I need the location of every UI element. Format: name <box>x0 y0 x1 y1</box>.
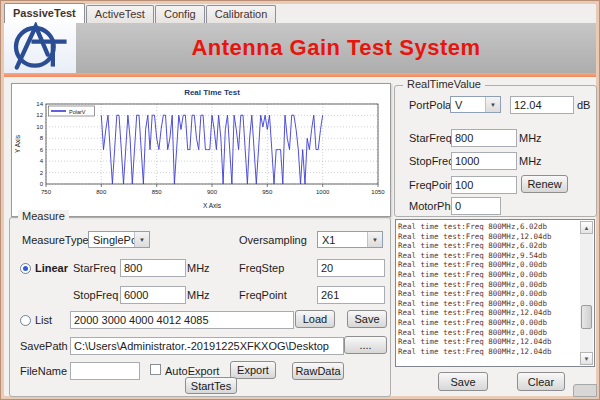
chevron-down-icon[interactable]: ▼ <box>485 97 500 112</box>
measure-stopfreq-label: StopFreq <box>73 289 118 301</box>
freqstep-label: FreqStep <box>239 262 284 274</box>
tab-activetest[interactable]: ActiveTest <box>86 5 154 23</box>
svg-text:6: 6 <box>40 147 44 153</box>
svg-text:750: 750 <box>41 189 52 195</box>
oversampling-value: X1 <box>318 234 367 246</box>
starfreq-label: StarFreq <box>409 132 452 144</box>
svg-text:850: 850 <box>152 189 163 195</box>
portpolar-label: PortPolar <box>409 99 455 111</box>
svg-text:0: 0 <box>40 181 44 187</box>
measure-stopfreq-unit: MHz <box>187 289 210 301</box>
linear-radio[interactable] <box>20 263 31 274</box>
portpolar-reading-field[interactable]: 12.04 <box>510 96 574 114</box>
browse-button[interactable]: .... <box>344 336 387 354</box>
svg-text:950: 950 <box>262 189 273 195</box>
svg-text:1050: 1050 <box>371 189 385 195</box>
savepath-field[interactable]: C:\Users\Administrator.-20191225XFKXOG\D… <box>70 337 344 355</box>
autoexport-label: AutoExport <box>165 365 219 377</box>
list-radio[interactable] <box>20 315 31 326</box>
chart-canvas: 7508008509009501000105002468101214Real T… <box>12 84 390 216</box>
background-window-fragment <box>573 384 597 397</box>
renew-button[interactable]: Renew <box>521 175 568 193</box>
tab-config[interactable]: Config <box>155 5 205 23</box>
svg-text:900: 900 <box>207 189 218 195</box>
banner-background: Antenna Gain Test System <box>76 23 596 73</box>
svg-text:12: 12 <box>36 112 43 118</box>
scroll-up-icon[interactable]: ▲ <box>580 221 593 234</box>
tab-bar: PassiveTest ActiveTest Config Calibratio… <box>4 4 596 23</box>
oversampling-label: Oversampling <box>239 234 307 246</box>
measure-freqpoint-field[interactable]: 261 <box>317 286 385 304</box>
chevron-down-icon[interactable]: ▼ <box>367 232 382 247</box>
filename-field[interactable] <box>70 362 140 380</box>
stopfreq-unit-label: MHz <box>519 155 542 167</box>
chevron-down-icon[interactable]: ▼ <box>134 232 149 247</box>
list-save-button[interactable]: Save <box>347 310 387 328</box>
app-window: PassiveTest ActiveTest Config Calibratio… <box>0 0 600 400</box>
svg-text:Y Axis: Y Axis <box>14 134 21 153</box>
log-clear-button[interactable]: Clear <box>517 372 565 391</box>
measure-freqpoint-label: FreqPoint <box>239 289 287 301</box>
log-scrollbar[interactable]: ▲ ▼ <box>580 221 593 365</box>
oversampling-select[interactable]: X1 ▼ <box>317 231 383 248</box>
svg-text:800: 800 <box>96 189 107 195</box>
scroll-down-icon[interactable]: ▼ <box>580 352 593 365</box>
scrollbar-thumb[interactable] <box>581 305 592 329</box>
main-content: 7508008509009501000105002468101214Real T… <box>4 77 596 396</box>
measuretype-label: MeasureType <box>22 234 89 246</box>
measure-group: Measure MeasureType SinglePor ▼ Oversamp… <box>9 217 391 397</box>
app-logo <box>4 23 76 73</box>
agt-logo-icon <box>8 22 72 74</box>
measuretype-select[interactable]: SinglePor ▼ <box>88 231 150 248</box>
svg-text:PolarV: PolarV <box>69 109 86 115</box>
tab-passivetest[interactable]: PassiveTest <box>4 3 85 23</box>
starfreq-field[interactable]: 800 <box>451 129 517 147</box>
realtimevalue-group: RealTimeValue PortPolar V ▼ 12.04 dB Sta… <box>394 85 597 217</box>
export-button[interactable]: Export <box>230 361 276 379</box>
freqpoint-label: FreqPoint <box>409 179 457 191</box>
rawdata-button[interactable]: RawData <box>292 362 344 380</box>
motorphi-label: MotorPhi <box>409 200 453 212</box>
filename-label: FileName <box>20 365 67 377</box>
stopfreq-label: StopFreq <box>409 155 454 167</box>
measure-group-title: Measure <box>18 210 69 222</box>
svg-text:X Axis: X Axis <box>203 202 222 209</box>
svg-text:14: 14 <box>36 101 43 107</box>
page-title: Antenna Gain Test System <box>191 35 480 61</box>
motorphi-field[interactable]: 0 <box>451 197 501 215</box>
linear-radio-label: Linear <box>35 262 68 274</box>
svg-text:Real Time Test: Real Time Test <box>184 88 240 97</box>
measure-starfreq-label: StarFreq <box>73 262 116 274</box>
svg-text:2: 2 <box>40 170 44 176</box>
freqstep-field[interactable]: 20 <box>317 259 385 277</box>
tab-calibration[interactable]: Calibration <box>206 5 277 23</box>
measure-starfreq-unit: MHz <box>187 262 210 274</box>
log-save-button[interactable]: Save <box>438 372 488 391</box>
svg-text:8: 8 <box>40 135 44 141</box>
list-values-field[interactable]: 2000 3000 4000 4012 4085 <box>70 311 294 329</box>
log-listbox[interactable]: Real time test:Freq 800MHz,6.02dbReal ti… <box>395 219 595 367</box>
measure-stopfreq-field[interactable]: 6000 <box>120 286 186 304</box>
measuretype-value: SinglePor <box>89 234 134 246</box>
portpolar-select[interactable]: V ▼ <box>450 96 501 113</box>
list-radio-label: List <box>35 314 52 326</box>
log-list: Real time test:Freq 800MHz,6.02dbReal ti… <box>398 222 579 364</box>
stopfreq-field[interactable]: 1000 <box>451 152 517 170</box>
db-unit-label: dB <box>577 99 590 111</box>
starfreq-unit-label: MHz <box>519 132 542 144</box>
realtime-chart: 7508008509009501000105002468101214Real T… <box>11 83 391 217</box>
svg-text:10: 10 <box>36 124 43 130</box>
autoexport-checkbox[interactable] <box>150 364 161 375</box>
savepath-label: SavePath <box>20 340 68 352</box>
svg-text:4: 4 <box>40 158 44 164</box>
portpolar-value: V <box>451 99 485 111</box>
header-banner: Antenna Gain Test System <box>4 23 596 73</box>
load-button[interactable]: Load <box>295 310 335 328</box>
realtimevalue-group-title: RealTimeValue <box>403 78 485 90</box>
starttest-button[interactable]: StartTes <box>185 377 237 394</box>
measure-starfreq-field[interactable]: 800 <box>120 259 186 277</box>
freqpoint-field[interactable]: 100 <box>451 176 517 194</box>
svg-text:1000: 1000 <box>316 189 330 195</box>
